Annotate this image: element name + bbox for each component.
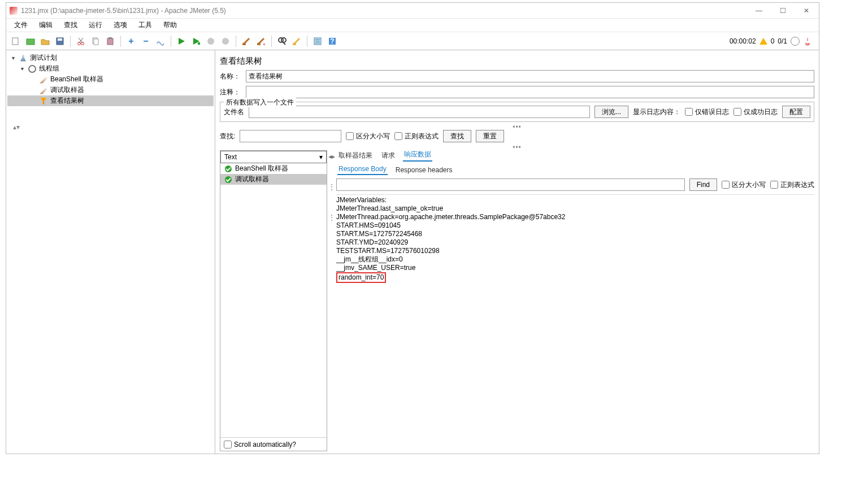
- success-icon: [225, 176, 232, 183]
- svg-rect-10: [198, 42, 200, 45]
- name-input[interactable]: [246, 70, 814, 82]
- scroll-auto-checkbox[interactable]: Scroll automatically?: [224, 441, 296, 448]
- response-column: 取样器结果 请求 响应数据 Response Body Response hea…: [336, 150, 814, 451]
- menu-tools[interactable]: 工具: [136, 19, 154, 31]
- tree-find-button[interactable]: 查找: [443, 130, 471, 142]
- shutdown-icon[interactable]: [219, 35, 232, 47]
- menu-options[interactable]: 选项: [111, 19, 129, 31]
- svg-rect-3: [58, 38, 62, 41]
- renderer-dropdown[interactable]: Text ▾: [220, 151, 327, 163]
- vertical-gripper[interactable]: ◂▸⋮⋮: [329, 150, 334, 451]
- copy-icon[interactable]: [89, 35, 102, 47]
- results-area: Text ▾ BeanShell 取样器 调试取样器: [220, 150, 814, 451]
- svg-rect-8: [107, 38, 113, 45]
- save-icon[interactable]: [54, 35, 66, 47]
- new-icon[interactable]: [10, 35, 22, 47]
- response-find-button[interactable]: Find: [689, 178, 717, 191]
- subtab-body[interactable]: Response Body: [337, 164, 388, 175]
- response-tabs: 取样器结果 请求 响应数据: [336, 150, 814, 162]
- globe-icon[interactable]: [791, 37, 800, 46]
- stop-icon[interactable]: [205, 35, 217, 47]
- toggle-icon[interactable]: ▾: [10, 55, 16, 61]
- splitter[interactable]: ▴▾•••: [220, 124, 814, 130]
- tree-threadgroup[interactable]: ▾ 线程组: [7, 63, 214, 74]
- open-icon[interactable]: [39, 35, 51, 47]
- tab-sampler-result[interactable]: 取样器结果: [337, 150, 374, 162]
- tree-results-label: 查看结果树: [50, 96, 84, 106]
- svg-point-12: [222, 38, 229, 45]
- templates-icon[interactable]: [24, 35, 37, 47]
- warning-icon[interactable]: [760, 38, 767, 45]
- svg-rect-7: [94, 39, 98, 45]
- tree-beanshell[interactable]: BeanShell 取样器: [7, 74, 214, 85]
- menu-file[interactable]: 文件: [12, 19, 30, 31]
- start-notimers-icon[interactable]: [190, 35, 202, 47]
- success-icon: [225, 165, 232, 172]
- tree-root[interactable]: ▾ 测试计划: [7, 53, 214, 63]
- browse-button[interactable]: 浏览...: [594, 106, 628, 118]
- name-label: 名称：: [220, 72, 241, 81]
- sample-list[interactable]: BeanShell 取样器 调试取样器: [220, 163, 327, 437]
- tree-threadgroup-label: 线程组: [39, 64, 59, 73]
- tab-response-data[interactable]: 响应数据: [403, 150, 432, 162]
- sample-row[interactable]: BeanShell 取样器: [220, 163, 327, 174]
- file-fieldset: 所有数据写入一个文件 文件名 浏览... 显示日志内容： 仅错误日志 仅成功日志…: [220, 102, 814, 122]
- clear-all-icon[interactable]: [255, 35, 267, 47]
- broom-icon[interactable]: [803, 37, 812, 46]
- errors-only-checkbox[interactable]: 仅错误日志: [685, 107, 729, 117]
- fieldset-legend: 所有数据写入一个文件: [224, 98, 296, 107]
- comment-label: 注释：: [220, 88, 241, 97]
- response-case-checkbox[interactable]: 区分大小写: [722, 180, 766, 190]
- cut-icon[interactable]: [75, 35, 87, 47]
- tree-find-input[interactable]: [240, 130, 341, 142]
- start-icon[interactable]: [175, 35, 188, 47]
- splitter[interactable]: •••: [220, 145, 814, 150]
- menu-run[interactable]: 运行: [86, 19, 105, 31]
- reset-search-icon[interactable]: [290, 35, 303, 47]
- response-find-input[interactable]: [336, 178, 685, 191]
- collapse-icon[interactable]: −: [140, 35, 152, 47]
- tree-results[interactable]: 查看结果树: [7, 95, 214, 106]
- response-regex-checkbox[interactable]: 正则表达式: [770, 180, 814, 190]
- response-body[interactable]: JMeterVariables: JMeterThread.last_sampl…: [336, 194, 814, 451]
- regex-checkbox[interactable]: 正则表达式: [394, 132, 439, 141]
- search-icon[interactable]: [276, 35, 288, 47]
- minimize-button[interactable]: —: [752, 5, 766, 16]
- scroll-auto-row: Scroll automatically?: [220, 437, 327, 451]
- sample-row[interactable]: 调试取样器: [220, 174, 327, 185]
- configure-button[interactable]: 配置: [782, 106, 810, 118]
- window-controls: — ☐ ✕: [752, 5, 815, 16]
- status-area: 00:00:02 0 0/1: [730, 37, 815, 46]
- sample-column: Text ▾ BeanShell 取样器 调试取样器: [220, 150, 327, 451]
- comment-input[interactable]: [246, 86, 814, 98]
- renderer-value: Text: [224, 153, 237, 161]
- menu-help[interactable]: 帮助: [161, 19, 179, 31]
- maximize-button[interactable]: ☐: [776, 5, 789, 16]
- toggle-icon[interactable]: [154, 35, 167, 47]
- success-only-checkbox[interactable]: 仅成功日志: [734, 107, 778, 117]
- showlog-label: 显示日志内容：: [633, 107, 680, 117]
- close-button[interactable]: ✕: [800, 5, 813, 16]
- clear-icon[interactable]: [240, 35, 253, 47]
- case-sensitive-checkbox[interactable]: 区分大小写: [346, 132, 390, 141]
- gear-icon: [28, 64, 37, 73]
- tree-debug[interactable]: 调试取样器: [7, 85, 214, 95]
- toggle-icon[interactable]: ▾: [19, 66, 25, 72]
- filename-label: 文件名: [224, 107, 244, 117]
- svg-rect-1: [27, 39, 34, 45]
- app-icon: [10, 7, 18, 15]
- help-icon[interactable]: ?: [326, 35, 338, 47]
- tree-reset-button[interactable]: 重置: [476, 130, 504, 142]
- sample-label: BeanShell 取样器: [235, 164, 288, 173]
- subtab-headers[interactable]: Response headers: [394, 165, 454, 175]
- paste-icon[interactable]: [104, 35, 116, 47]
- tab-request[interactable]: 请求: [380, 150, 396, 162]
- function-helper-icon[interactable]: [311, 35, 324, 47]
- window-title: 1231.jmx (D:\apache-jmeter-5.5\bin\1231.…: [21, 7, 752, 15]
- menu-search[interactable]: 查找: [62, 19, 80, 31]
- menu-edit[interactable]: 编辑: [37, 19, 55, 31]
- main-body: ▾ 测试计划 ▾ 线程组 BeanShell 取样器 调试取样器 查看结果树: [6, 50, 819, 454]
- expand-icon[interactable]: +: [125, 35, 137, 47]
- test-plan-tree[interactable]: ▾ 测试计划 ▾ 线程组 BeanShell 取样器 调试取样器 查看结果树: [6, 50, 215, 454]
- filename-input[interactable]: [249, 106, 590, 118]
